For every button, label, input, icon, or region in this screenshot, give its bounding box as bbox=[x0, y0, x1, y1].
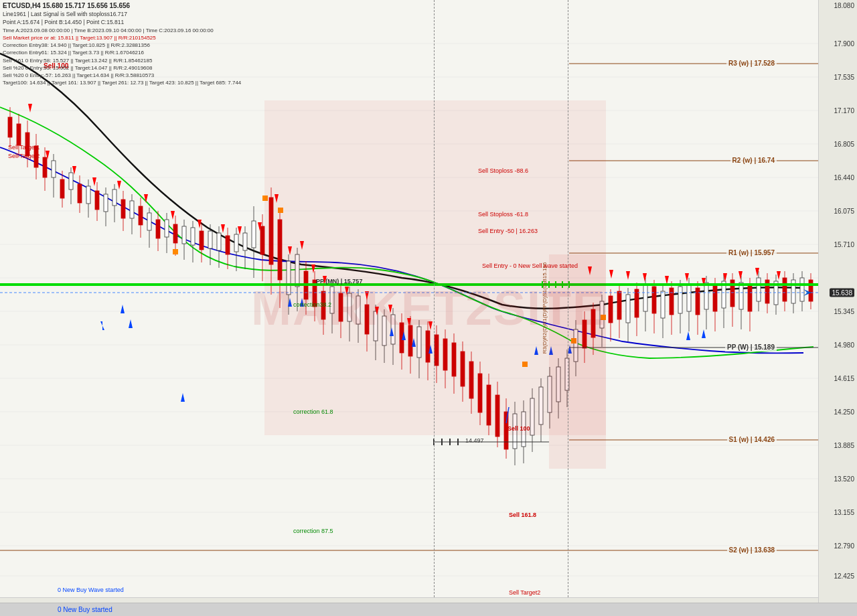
chart-area: R3(D)R2(D)R1(D)PP(D)S1(D)B15.156 ETCUSD,… bbox=[0, 0, 818, 597]
svg-rect-168 bbox=[661, 291, 665, 318]
sell-100-label-2: Sell 100 bbox=[508, 425, 530, 432]
svg-rect-34 bbox=[78, 184, 82, 203]
s1-w-label: S1 (w) | 14.426 bbox=[727, 435, 777, 444]
svg-rect-200 bbox=[800, 278, 804, 301]
header-line4: Time A:2023.09.08 00:00:00 | Time B:2023… bbox=[3, 27, 241, 34]
svg-marker-230 bbox=[685, 273, 689, 282]
svg-rect-38 bbox=[95, 191, 99, 210]
svg-rect-70 bbox=[234, 234, 238, 252]
svg-rect-269 bbox=[173, 249, 178, 254]
svg-rect-48 bbox=[139, 206, 143, 225]
r1-w-label: R1 (w) | 15.957 bbox=[726, 248, 777, 257]
svg-marker-238 bbox=[129, 319, 133, 328]
sell-stoploss-61-label: Sell Stoploss -61.8 bbox=[478, 211, 528, 218]
header-line9: Sell %20 0 Entry:53: 15.952 || Target:14… bbox=[3, 64, 241, 72]
svg-rect-58 bbox=[182, 226, 186, 244]
price-17900: 17.900 bbox=[834, 40, 854, 48]
pp-w-label: PP (W) | 15.189 bbox=[725, 343, 777, 352]
vline-sep7 bbox=[434, 0, 435, 597]
header-line8: Sell %61 0 Entry:58: 15.527 || Target:13… bbox=[3, 57, 241, 64]
svg-rect-66 bbox=[217, 233, 221, 250]
svg-marker-207 bbox=[117, 181, 121, 189]
svg-marker-235 bbox=[777, 271, 781, 280]
header-line5: Sell Market price or at: 15.811 || Targe… bbox=[3, 34, 241, 42]
svg-rect-46 bbox=[130, 201, 134, 218]
svg-rect-164 bbox=[643, 285, 647, 311]
price-14497-label: 14.497 bbox=[465, 437, 484, 444]
svg-marker-228 bbox=[643, 273, 647, 282]
svg-rect-40 bbox=[104, 194, 108, 212]
svg-marker-249 bbox=[686, 331, 690, 340]
svg-rect-190 bbox=[757, 278, 761, 301]
svg-rect-156 bbox=[609, 296, 613, 323]
price-12790: 12.790 bbox=[834, 542, 854, 550]
svg-rect-188 bbox=[748, 285, 752, 311]
svg-marker-203 bbox=[28, 104, 32, 112]
buy-status: 0 New Buy started bbox=[58, 606, 112, 613]
r2-w-label: R2 (w) | 16.74 bbox=[730, 156, 777, 165]
chart-container: MARKET2SITE bbox=[0, 0, 857, 616]
svg-rect-64 bbox=[208, 231, 212, 248]
correction-38-label: correction38.2 bbox=[293, 301, 331, 308]
svg-rect-50 bbox=[147, 213, 151, 230]
svg-rect-202 bbox=[809, 280, 813, 301]
price-16805: 16.805 bbox=[834, 141, 854, 148]
price-15345: 15.345 bbox=[834, 308, 854, 315]
svg-marker-226 bbox=[609, 270, 613, 279]
pp-mn-label: PP (MN) | 15.757 bbox=[316, 278, 362, 285]
price-current: 15.638 bbox=[830, 289, 854, 297]
sell-161-label: Sell 161.8 bbox=[509, 512, 536, 518]
svg-rect-170 bbox=[670, 288, 674, 315]
svg-marker-227 bbox=[626, 271, 630, 280]
price-14615: 14.615 bbox=[834, 375, 854, 382]
svg-rect-18 bbox=[8, 117, 12, 137]
svg-rect-186 bbox=[739, 283, 743, 309]
price-13885: 13.885 bbox=[834, 442, 854, 449]
svg-marker-233 bbox=[738, 271, 743, 280]
svg-rect-30 bbox=[60, 179, 64, 198]
svg-rect-60 bbox=[191, 228, 195, 245]
sell-stoploss-88-label: Sell Stoploss -88.6 bbox=[478, 167, 528, 174]
svg-rect-162 bbox=[635, 289, 639, 317]
correction-61-label: correction 61.8 bbox=[293, 408, 333, 415]
svg-marker-237 bbox=[121, 305, 125, 313]
price-17535: 17.535 bbox=[834, 74, 854, 81]
svg-rect-196 bbox=[783, 278, 787, 301]
svg-rect-158 bbox=[617, 291, 621, 319]
price-16440: 16.440 bbox=[834, 174, 854, 181]
svg-rect-160 bbox=[626, 295, 630, 323]
price-18080: 18.080 bbox=[834, 2, 854, 9]
header-info: ETCUSD,H4 15.680 15.717 15.656 15.656 Li… bbox=[3, 1, 241, 86]
svg-rect-52 bbox=[156, 220, 160, 238]
status-bar: 0 New Buy started bbox=[0, 603, 857, 616]
svg-rect-62 bbox=[200, 231, 204, 250]
buy-wave-label: 0 New Buy Wave started bbox=[58, 587, 124, 593]
svg-marker-236 bbox=[100, 321, 104, 330]
svg-marker-250 bbox=[702, 329, 706, 338]
s2-w-label: S2 (w) | 13.638 bbox=[727, 546, 777, 554]
svg-rect-166 bbox=[652, 287, 656, 313]
price-15710: 15.710 bbox=[834, 241, 854, 248]
svg-rect-172 bbox=[678, 287, 682, 313]
sell-entry-new-label: Sell Entry - 0 New Sell wave started bbox=[482, 262, 578, 269]
svg-marker-209 bbox=[171, 211, 175, 220]
correction-87-label: correction 87.5 bbox=[293, 528, 333, 534]
r3-w-label: R3 (w) | 17.528 bbox=[726, 59, 777, 68]
header-line11: Target100: 14.634 || Target 161: 13.907 … bbox=[3, 79, 241, 86]
header-line3: Point A:15.674 | Point B:14.450 | Point … bbox=[3, 19, 241, 27]
svg-rect-44 bbox=[121, 200, 125, 218]
svg-marker-239 bbox=[181, 393, 185, 402]
price-axis: 17.900 17.535 17.170 16.805 16.440 16.07… bbox=[818, 0, 857, 616]
svg-rect-174 bbox=[687, 285, 691, 311]
red-area-2 bbox=[549, 254, 606, 469]
svg-marker-212 bbox=[238, 226, 242, 235]
header-line6: Correction Entry38: 14.940 || Target:10.… bbox=[3, 42, 241, 49]
sell-target1-label: Sell Target1 bbox=[8, 144, 40, 151]
price-13155: 13.155 bbox=[834, 509, 854, 516]
svg-rect-20 bbox=[17, 124, 21, 145]
header-line10: Sell %20 0 Entry:-57: 16.263 || Target:1… bbox=[3, 72, 241, 79]
svg-rect-26 bbox=[43, 157, 47, 177]
sell-target2-label-left: Sell Target2 bbox=[8, 153, 40, 159]
svg-marker-211 bbox=[221, 224, 225, 233]
svg-rect-180 bbox=[713, 285, 717, 311]
